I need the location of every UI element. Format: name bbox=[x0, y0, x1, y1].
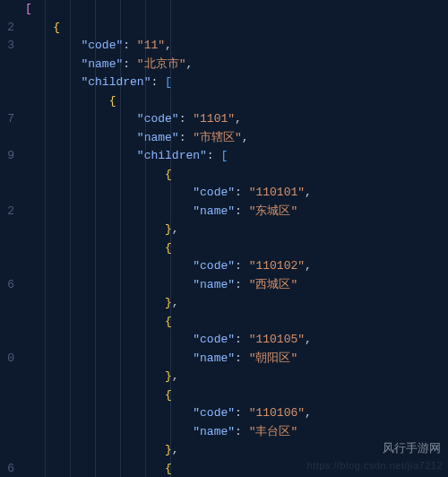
comma: , bbox=[242, 131, 249, 144]
line-number: 9 bbox=[0, 147, 14, 166]
colon: : bbox=[123, 39, 137, 52]
json-string: "110106" bbox=[249, 406, 305, 420]
code-line[interactable]: }, bbox=[25, 368, 448, 386]
json-string: "东城区" bbox=[249, 204, 298, 218]
code-line[interactable]: { bbox=[25, 92, 448, 111]
comma: , bbox=[172, 296, 179, 309]
colon: : bbox=[235, 204, 249, 218]
colon: : bbox=[235, 351, 249, 365]
json-key: "name" bbox=[193, 351, 235, 365]
code-line[interactable]: "code": "110101", bbox=[25, 184, 448, 203]
colon: : bbox=[235, 186, 249, 199]
code-line[interactable]: "code": "11", bbox=[25, 37, 448, 56]
line-number bbox=[0, 331, 14, 350]
line-number bbox=[0, 313, 14, 332]
json-key: "children" bbox=[81, 75, 151, 89]
json-string: "西城区" bbox=[249, 278, 298, 291]
code-line[interactable]: "children": [ bbox=[25, 74, 448, 92]
brace-open: { bbox=[53, 21, 60, 34]
code-line[interactable]: { bbox=[25, 19, 448, 38]
code-line[interactable]: [ bbox=[25, 0, 448, 19]
line-number: 6 bbox=[0, 276, 14, 295]
line-number: 7 bbox=[0, 110, 14, 129]
code-line[interactable]: { bbox=[25, 239, 448, 258]
line-number: 2 bbox=[0, 203, 14, 221]
code-line[interactable]: "code": "1101", bbox=[25, 110, 448, 129]
line-number bbox=[0, 404, 14, 423]
comma: , bbox=[305, 186, 312, 199]
code-line[interactable]: "children": [ bbox=[25, 147, 448, 166]
comma: , bbox=[172, 443, 179, 456]
json-key: "code" bbox=[137, 112, 179, 126]
code-line[interactable]: { bbox=[25, 166, 448, 185]
json-key: "children" bbox=[137, 149, 207, 162]
json-key: "name" bbox=[81, 57, 123, 71]
code-line[interactable]: }, bbox=[25, 294, 448, 313]
brand-overlay: 风行手游网 bbox=[383, 439, 441, 457]
colon: : bbox=[179, 131, 194, 144]
code-line[interactable]: "code": "110105", bbox=[25, 331, 448, 350]
json-key: "code" bbox=[193, 186, 235, 199]
line-number bbox=[0, 221, 14, 239]
code-line[interactable]: "code": "110106", bbox=[25, 404, 448, 423]
line-number bbox=[0, 129, 14, 148]
colon: : bbox=[235, 278, 249, 291]
colon: : bbox=[179, 112, 194, 126]
code-line[interactable]: "name": "北京市", bbox=[25, 56, 448, 74]
json-string: "110105" bbox=[249, 333, 305, 346]
json-key: "name" bbox=[137, 131, 179, 144]
comma: , bbox=[235, 112, 242, 126]
line-number-gutter: 23792606 bbox=[0, 0, 20, 477]
line-number bbox=[0, 368, 14, 386]
line-number: 6 bbox=[0, 460, 14, 478]
comma: , bbox=[185, 57, 193, 71]
bracket-open: [ bbox=[220, 149, 228, 162]
line-number bbox=[0, 441, 14, 460]
code-line[interactable]: { bbox=[25, 313, 448, 332]
line-number bbox=[0, 423, 14, 442]
json-string: "市辖区" bbox=[193, 131, 242, 144]
code-line[interactable]: "name": "市辖区", bbox=[25, 129, 448, 148]
line-number bbox=[0, 257, 14, 276]
json-key: "code" bbox=[193, 259, 235, 273]
line-number: 3 bbox=[0, 37, 14, 56]
json-key: "code" bbox=[193, 406, 235, 420]
code-line[interactable]: "code": "110102", bbox=[25, 257, 448, 276]
code-editor[interactable]: 23792606 [ { "code": "11", "name": "北京市"… bbox=[0, 0, 448, 477]
colon: : bbox=[235, 259, 249, 273]
line-number bbox=[0, 386, 14, 405]
json-key: "name" bbox=[193, 425, 235, 438]
watermark-text: https://blog.csdn.net/jia7212 bbox=[307, 458, 443, 473]
json-string: "1101" bbox=[193, 112, 235, 126]
json-key: "name" bbox=[193, 278, 235, 291]
comma: , bbox=[305, 406, 312, 420]
code-line[interactable]: "name": "东城区" bbox=[25, 203, 448, 221]
json-string: "朝阳区" bbox=[249, 351, 298, 365]
line-number bbox=[0, 294, 14, 313]
code-area[interactable]: [ { "code": "11", "name": "北京市", "childr… bbox=[20, 0, 448, 477]
json-string: "110101" bbox=[249, 186, 305, 199]
colon: : bbox=[123, 57, 137, 71]
bracket-open: [ bbox=[25, 2, 32, 15]
colon: : bbox=[207, 149, 221, 162]
code-line[interactable]: { bbox=[25, 386, 448, 405]
line-number bbox=[0, 92, 14, 111]
colon: : bbox=[235, 425, 249, 438]
json-key: "name" bbox=[193, 204, 235, 218]
line-number: 2 bbox=[0, 19, 14, 38]
line-number bbox=[0, 74, 14, 92]
colon: : bbox=[151, 75, 165, 89]
code-line[interactable]: }, bbox=[25, 221, 448, 239]
line-number bbox=[0, 239, 14, 258]
colon: : bbox=[235, 406, 249, 420]
json-string: "110102" bbox=[249, 259, 305, 273]
line-number bbox=[0, 56, 14, 74]
comma: , bbox=[172, 222, 179, 236]
comma: , bbox=[305, 259, 312, 273]
code-line[interactable]: "name": "朝阳区" bbox=[25, 350, 448, 369]
json-string: "11" bbox=[137, 39, 165, 52]
brace-open: { bbox=[109, 94, 116, 108]
line-number: 0 bbox=[0, 350, 14, 369]
code-line[interactable]: "name": "西城区" bbox=[25, 276, 448, 295]
line-number bbox=[0, 0, 14, 19]
